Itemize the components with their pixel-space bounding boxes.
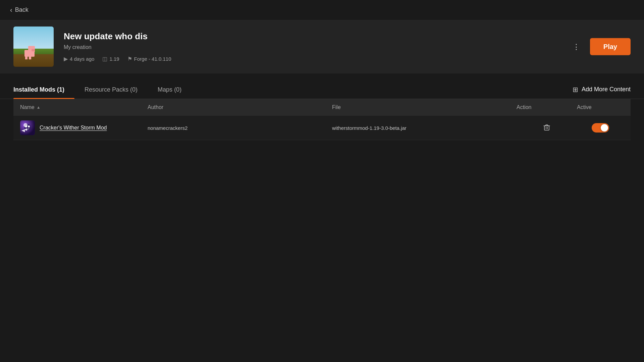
tab-maps-count: (0) — [174, 86, 181, 93]
profile-info: New update who dis My creation ▶ 4 days … — [64, 31, 631, 62]
thumbnail-pig — [23, 45, 36, 57]
mod-name-cell: Cracker's Wither Storm Mod — [20, 120, 148, 135]
add-content-button[interactable]: ⊞ Add More Content — [573, 86, 631, 94]
profile-header: New update who dis My creation ▶ 4 days … — [0, 20, 644, 73]
header-author-label: Author — [148, 104, 163, 110]
tabs-list: Installed Mods (1) Resource Packs (0) Ma… — [13, 80, 202, 99]
mod-author-cell: nonamecrackers2 — [148, 125, 332, 131]
mod-file-cell: witherstormmod-1.19-3.0-beta.jar — [332, 125, 517, 131]
header-name: Name ▲ — [20, 104, 148, 110]
more-options-button[interactable]: ⋮ — [570, 40, 583, 54]
mod-icon — [20, 120, 35, 135]
header-file: File — [332, 104, 517, 110]
tab-resource-packs[interactable]: Resource Packs (0) — [85, 80, 148, 99]
header-name-label: Name — [20, 104, 35, 110]
tab-installed-mods[interactable]: Installed Mods (1) — [13, 80, 74, 99]
sort-arrow-icon: ▲ — [37, 105, 41, 110]
mod-active-cell[interactable] — [577, 123, 624, 133]
mod-file-label: witherstormmod-1.19-3.0-beta.jar — [332, 125, 407, 131]
mod-author-label: nonamecrackers2 — [148, 125, 187, 131]
svg-point-2 — [25, 125, 27, 127]
flag-icon: ⚑ — [127, 56, 132, 62]
mods-table: Name ▲ Author File Action Active — [13, 99, 631, 140]
tab-installed-mods-label: Installed Mods — [13, 86, 57, 93]
profile-title: New update who dis — [64, 31, 631, 42]
table-header: Name ▲ Author File Action Active — [13, 99, 631, 116]
svg-rect-4 — [544, 126, 549, 130]
profile-thumbnail — [13, 27, 54, 67]
meta-time: ▶ 4 days ago — [64, 56, 94, 62]
active-toggle[interactable] — [592, 123, 609, 133]
tab-installed-mods-count: (1) — [57, 86, 64, 93]
meta-forge-label: Forge - 41.0.110 — [134, 56, 171, 62]
play-icon: ▶ — [64, 56, 68, 62]
glasses-icon: ◫ — [102, 56, 107, 62]
pig-leg2 — [29, 56, 31, 59]
back-label: Back — [15, 6, 29, 13]
delete-mod-button[interactable] — [541, 121, 552, 135]
tabs-container: Installed Mods (1) Resource Packs (0) Ma… — [0, 80, 644, 99]
puzzle-icon: ⊞ — [573, 86, 578, 94]
back-button[interactable]: ‹ Back — [0, 0, 644, 20]
meta-forge: ⚑ Forge - 41.0.110 — [127, 56, 171, 62]
toggle-thumb — [601, 124, 608, 132]
meta-version-label: 1.19 — [109, 56, 119, 62]
profile-meta: ▶ 4 days ago ◫ 1.19 ⚑ Forge - 41.0.110 — [64, 56, 631, 62]
header-active-label: Active — [577, 104, 592, 110]
header-author: Author — [148, 104, 332, 110]
pig-snout — [32, 49, 35, 51]
tab-maps[interactable]: Maps (0) — [158, 80, 192, 99]
tab-resource-packs-count: (0) — [130, 86, 138, 93]
mod-action-cell — [517, 121, 577, 135]
mod-name-label[interactable]: Cracker's Wither Storm Mod — [40, 125, 107, 131]
header-action-label: Action — [517, 104, 531, 110]
profile-subtitle: My creation — [64, 44, 631, 50]
tab-resource-packs-label: Resource Packs — [85, 86, 130, 93]
tab-maps-label: Maps — [158, 86, 174, 93]
meta-version: ◫ 1.19 — [102, 56, 119, 62]
pig-leg1 — [25, 56, 28, 59]
chevron-left-icon: ‹ — [10, 6, 12, 14]
play-button[interactable]: Play — [590, 38, 631, 55]
header-action: Action — [517, 104, 577, 110]
header-file-label: File — [332, 104, 341, 110]
table-row: Cracker's Wither Storm Mod nonamecracker… — [13, 116, 631, 140]
svg-point-3 — [28, 125, 30, 127]
add-content-label: Add More Content — [582, 86, 631, 93]
header-active: Active — [577, 104, 624, 110]
meta-time-label: 4 days ago — [70, 56, 94, 62]
header-actions: ⋮ Play — [570, 38, 631, 55]
